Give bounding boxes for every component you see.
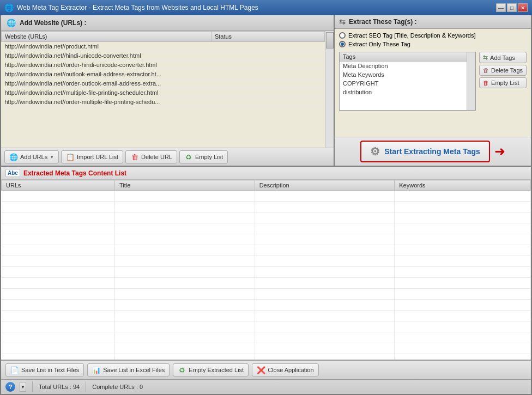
table-row — [2, 202, 531, 212]
col-keywords: Keywords — [395, 180, 531, 191]
add-urls-label: Add URLs — [20, 154, 47, 160]
title-bar: 🌐 Web Meta Tag Extractor - Extract Meta … — [0, 0, 532, 15]
delete-tags-button[interactable]: 🗑 Delete Tags — [479, 65, 527, 76]
bottom-toolbar: 📄 Save List in Text Files 📊 Save List in… — [1, 360, 531, 379]
import-url-label: Import URL List — [77, 154, 118, 160]
delete-tags-icon: 🗑 — [483, 67, 489, 74]
url-table-scroll[interactable]: Website (URLs) Status http://windowindia… — [1, 31, 325, 148]
status-divider-2 — [86, 381, 86, 392]
left-panel-title: Add Website (URLs) : — [20, 19, 86, 27]
url-table-row[interactable]: http://windowindia.net//order-outlook-em… — [2, 79, 325, 88]
url-scroll-container: Website (URLs) Status http://windowindia… — [1, 31, 334, 148]
status-divider — [32, 381, 33, 392]
url-table-row[interactable]: http://windowindia.net//order-multiple-f… — [2, 98, 325, 107]
left-panel-header: 🌐 Add Website (URLs) : — [1, 15, 334, 31]
window-controls: — □ ✕ — [496, 3, 528, 12]
url-scrollbar[interactable] — [325, 31, 334, 148]
left-toolbar: 🌐 Add URLs ▼ 📋 Import URL List 🗑 Delete … — [1, 148, 334, 166]
content-table-container[interactable]: URLs Title Description Keywords — [1, 180, 531, 360]
url-scrollbar-thumb[interactable] — [326, 32, 334, 48]
content-header: Abc Extracted Meta Tags Content List — [1, 167, 531, 180]
arrows-icon: ⇆ — [339, 17, 346, 26]
empty-tags-label: Empty List — [491, 80, 519, 86]
tag-item[interactable]: Meta Description — [340, 62, 467, 70]
start-button-label: Start Extracting Meta Tags — [384, 147, 480, 156]
close-app-icon: ❌ — [257, 366, 265, 374]
start-extracting-button[interactable]: ⚙ Start Extracting Meta Tags — [360, 141, 490, 162]
left-panel: 🌐 Add Website (URLs) : Website (URLs) St… — [1, 15, 335, 166]
content-list-title: Extracted Meta Tags Content List — [23, 169, 126, 177]
empty-list-button[interactable]: ♻ Empty List — [179, 150, 228, 163]
col-title: Title — [115, 180, 255, 191]
add-tags-label: Add Tags — [490, 54, 515, 61]
tags-header: Tags — [340, 52, 467, 62]
url-table-row[interactable]: http://windowindia.net//multiple-file-pr… — [2, 88, 325, 98]
right-panel-header: ⇆ Extract These Tag(s) : — [335, 15, 531, 29]
tags-actions: ⇆ Add Tags 🗑 Delete Tags 🗑 Empty List — [479, 52, 527, 111]
url-col-header: Website (URLs) — [2, 32, 211, 42]
tag-item[interactable]: Meta Keywords — [340, 70, 467, 79]
delete-url-label: Delete URL — [141, 154, 172, 160]
tags-list[interactable]: Tags Meta DescriptionMeta KeywordsCOPYRI… — [340, 52, 467, 110]
delete-url-button[interactable]: 🗑 Delete URL — [125, 150, 177, 163]
table-row — [2, 289, 531, 300]
right-panel: ⇆ Extract These Tag(s) : Extract SEO Tag… — [335, 15, 531, 166]
col-urls: URLs — [2, 180, 115, 191]
import-url-list-button[interactable]: 📋 Import URL List — [61, 150, 123, 163]
radio-item-custom[interactable]: Extract Only These Tag — [339, 41, 527, 47]
radio-custom-btn[interactable] — [339, 41, 346, 47]
table-row — [2, 212, 531, 223]
add-urls-button[interactable]: 🌐 Add URLs ▼ — [4, 150, 59, 163]
status-dropdown[interactable]: ▼ — [20, 382, 26, 392]
radio-custom-label: Extract Only These Tag — [348, 41, 410, 47]
top-section: 🌐 Add Website (URLs) : Website (URLs) St… — [1, 15, 531, 167]
table-row — [2, 311, 531, 321]
save-excel-icon: 📊 — [92, 366, 101, 374]
radio-seo-label: Extract SEO Tag [Title, Description & Ke… — [348, 32, 476, 39]
table-row — [2, 300, 531, 311]
url-table-row[interactable]: http://windowindia.net//order-hindi-unic… — [2, 60, 325, 70]
empty-tags-button[interactable]: 🗑 Empty List — [479, 77, 527, 88]
empty-extracted-label: Empty Extracted List — [189, 367, 244, 373]
table-row — [2, 223, 531, 234]
tag-item[interactable]: distribution — [340, 88, 467, 96]
tags-scrollbar[interactable] — [467, 52, 475, 110]
gear-icon: ⚙ — [370, 145, 380, 158]
delete-tags-label: Delete Tags — [491, 67, 523, 74]
add-urls-icon: 🌐 — [9, 153, 18, 161]
add-tags-button[interactable]: ⇆ Add Tags — [479, 52, 527, 63]
table-row — [2, 256, 531, 267]
save-text-icon: 📄 — [10, 366, 19, 374]
empty-extracted-button[interactable]: ♻ Empty Extracted List — [173, 363, 249, 376]
status-col-header: Status — [211, 32, 324, 42]
table-row — [2, 354, 531, 360]
table-row — [2, 321, 531, 332]
table-row — [2, 191, 531, 202]
help-button[interactable]: ? — [5, 382, 15, 392]
radio-group: Extract SEO Tag [Title, Description & Ke… — [339, 32, 527, 47]
tag-item[interactable]: COPYRIGHT — [340, 79, 467, 88]
radio-seo-btn[interactable] — [339, 32, 346, 39]
maximize-button[interactable]: □ — [507, 3, 517, 12]
bottom-section: Abc Extracted Meta Tags Content List URL… — [1, 167, 531, 379]
save-excel-button[interactable]: 📊 Save List in Excel Files — [87, 363, 170, 376]
tags-list-items: Meta DescriptionMeta KeywordsCOPYRIGHTdi… — [340, 62, 467, 96]
minimize-button[interactable]: — — [496, 3, 506, 12]
complete-urls-status: Complete URLs : 0 — [92, 384, 143, 390]
url-table-row[interactable]: http://windowindia.net//hindi-unicode-co… — [2, 51, 325, 60]
close-app-label: Close Application — [268, 367, 313, 373]
close-app-button[interactable]: ❌ Close Application — [252, 363, 318, 376]
tags-section: Tags Meta DescriptionMeta KeywordsCOPYRI… — [339, 52, 527, 111]
radio-item-seo[interactable]: Extract SEO Tag [Title, Description & Ke… — [339, 32, 527, 39]
table-row — [2, 245, 531, 256]
empty-tags-icon: 🗑 — [483, 80, 489, 86]
save-excel-label: Save List in Excel Files — [103, 367, 165, 373]
save-text-button[interactable]: 📄 Save List in Text Files — [5, 363, 84, 376]
globe-icon: 🌐 — [5, 17, 16, 28]
table-row — [2, 332, 531, 343]
table-row — [2, 267, 531, 278]
url-table-row[interactable]: http://windowindia.net//product.html — [2, 42, 325, 51]
close-button[interactable]: ✕ — [518, 3, 528, 12]
table-row — [2, 343, 531, 354]
url-table-row[interactable]: http://windowindia.net//outlook-email-ad… — [2, 70, 325, 79]
